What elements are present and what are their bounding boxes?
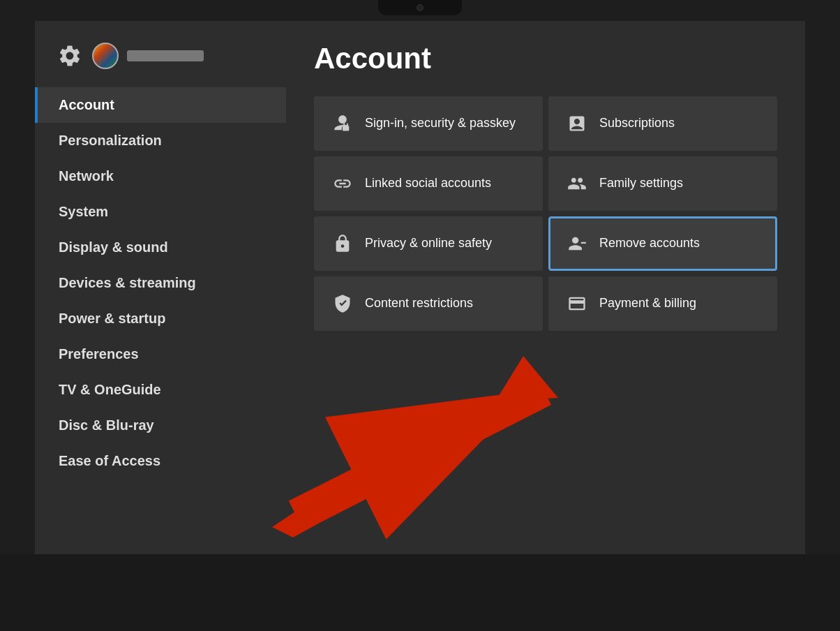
tile-signin-label: Sign-in, security & passkey (365, 115, 516, 131)
tile-privacy-safety[interactable]: Privacy & online safety (314, 216, 543, 271)
tile-remove-accounts[interactable]: Remove accounts (548, 216, 777, 271)
sidebar-item-disc-bluray[interactable]: Disc & Blu-ray (35, 408, 286, 443)
camera-dot (417, 4, 423, 11)
sidebar-item-preferences[interactable]: Preferences (35, 336, 286, 372)
person-lock-icon (331, 112, 354, 135)
family-icon (566, 172, 588, 195)
tile-payment-billing-label: Payment & billing (599, 295, 696, 311)
person-shield-icon (331, 292, 354, 315)
link-icon (331, 172, 354, 195)
sidebar-item-account[interactable]: Account (35, 87, 286, 123)
sidebar-nav: Account Personalization Network System D… (35, 87, 286, 479)
sidebar-item-display-sound[interactable]: Display & sound (35, 230, 286, 265)
tile-linked-social[interactable]: Linked social accounts (314, 156, 543, 211)
main-content: Account Sign-in, security & passkey (286, 21, 805, 561)
avatar (92, 43, 119, 69)
page-title: Account (314, 42, 777, 75)
tile-family-settings[interactable]: Family settings (548, 156, 777, 211)
screen: Account Personalization Network System D… (35, 21, 805, 561)
tile-family-settings-label: Family settings (599, 175, 683, 191)
person-remove-icon (566, 232, 588, 255)
sidebar-header (35, 35, 286, 87)
sidebar: Account Personalization Network System D… (35, 21, 286, 561)
tile-subscriptions-label: Subscriptions (599, 115, 675, 131)
sidebar-item-power-startup[interactable]: Power & startup (35, 301, 286, 336)
tile-subscriptions[interactable]: Subscriptions (548, 96, 777, 151)
tile-content-restrictions-label: Content restrictions (365, 295, 473, 311)
lock-icon (331, 232, 354, 255)
camera-bar (378, 0, 462, 15)
tile-content-restrictions[interactable]: Content restrictions (314, 276, 543, 331)
tile-payment-billing[interactable]: Payment & billing (548, 276, 777, 331)
options-grid: Sign-in, security & passkey Subscription… (314, 96, 777, 331)
tile-remove-accounts-label: Remove accounts (599, 235, 700, 251)
sidebar-item-system[interactable]: System (35, 194, 286, 230)
sidebar-item-tv-oneguide[interactable]: TV & OneGuide (35, 372, 286, 408)
sidebar-item-devices-streaming[interactable]: Devices & streaming (35, 265, 286, 301)
sidebar-item-personalization[interactable]: Personalization (35, 123, 286, 158)
tile-linked-social-label: Linked social accounts (365, 175, 491, 191)
sidebar-item-network[interactable]: Network (35, 158, 286, 194)
sidebar-item-ease-of-access[interactable]: Ease of Access (35, 443, 286, 479)
gear-icon[interactable] (56, 42, 84, 70)
tv-frame: Account Personalization Network System D… (0, 0, 840, 631)
tile-signin-security[interactable]: Sign-in, security & passkey (314, 96, 543, 151)
tile-privacy-safety-label: Privacy & online safety (365, 235, 492, 251)
username-blur (127, 50, 204, 61)
desk-area (0, 554, 840, 631)
document-icon (566, 112, 588, 135)
credit-card-icon (566, 292, 588, 315)
